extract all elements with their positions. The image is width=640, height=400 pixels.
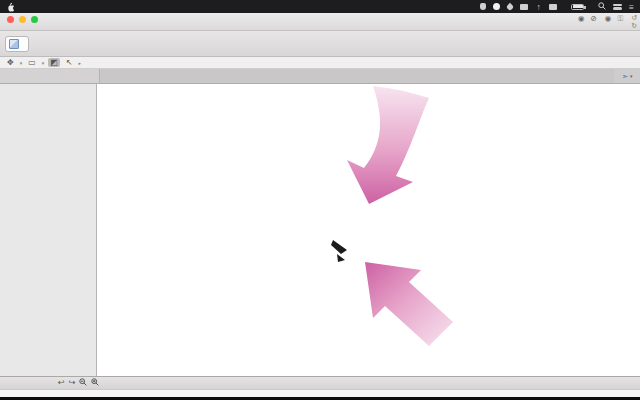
status-dot-icon[interactable] [493, 3, 500, 10]
status-hint-bar [0, 389, 640, 397]
notification-center-icon[interactable]: ≡ [629, 2, 634, 12]
upload-icon[interactable]: ↑ [535, 2, 542, 12]
spotlight-icon[interactable] [598, 2, 606, 12]
info-box-row: ✥▾ ▭▾ ◩ ↖ ▸ [0, 57, 640, 69]
back-icon[interactable]: ↩ [58, 378, 65, 388]
courtyard-stair-mark [331, 240, 347, 262]
archicad-window: ↑ ≡ ◉ ⊘ [0, 0, 640, 400]
standard-toolbar [32, 19, 428, 29]
apple-menu-icon[interactable] [6, 2, 14, 12]
3d-window-icon [9, 39, 19, 49]
minimize-window-button[interactable] [19, 16, 26, 23]
window-title-bar: ◉ ⊘ ◉ ⚿ ↺ ↻ [0, 13, 640, 31]
antivirus-icon[interactable] [480, 3, 486, 10]
undo-redo-group: ↺ ↻ [631, 14, 637, 30]
layers-lock-icon[interactable]: ⚿ [617, 14, 623, 24]
undo-icon[interactable]: ↺ [631, 14, 637, 22]
quick-options: ◉ ⊘ ◉ ⚿ ↺ ↻ [578, 14, 637, 30]
drawing-canvas[interactable] [97, 84, 640, 376]
redo-icon[interactable]: ↻ [631, 22, 637, 30]
macos-menu-bar: ↑ ≡ [0, 0, 640, 13]
battery-icon[interactable] [571, 4, 584, 10]
display-icon[interactable] [520, 4, 528, 10]
menu-status-area: ↑ ≡ [480, 2, 634, 12]
view-selector-button[interactable] [5, 36, 29, 52]
main-toolbar [0, 31, 640, 57]
view-tab-bar: ➣▾ [0, 69, 640, 84]
control-center-icon[interactable] [613, 3, 622, 10]
tabs-container [100, 69, 614, 83]
airplay-icon[interactable] [549, 4, 557, 10]
forward-icon[interactable]: ↪ [69, 378, 76, 388]
wind-arrow-top [347, 86, 429, 204]
layers-visibility-group: ◉ ⚿ [605, 14, 623, 24]
zoom-nav-group: ↩ ↪ [58, 378, 99, 388]
selection-show-icon[interactable]: ◉ [578, 14, 585, 23]
eraser-tool-icon[interactable]: ◩ [48, 58, 60, 67]
arrow-tool-icon[interactable]: ↖ [64, 58, 75, 67]
zoom-out-icon[interactable] [79, 378, 87, 388]
selection-visibility-group: ◉ ⊘ [578, 14, 597, 23]
selection-lock-icon[interactable]: ⊘ [591, 14, 597, 23]
close-window-button[interactable] [7, 16, 14, 23]
quick-options-bar: ↩ ↪ [0, 376, 640, 389]
pointer-icon: ➣ [621, 72, 628, 81]
favorites-icon[interactable]: ▭ [26, 58, 38, 67]
dropbox-icon[interactable] [506, 2, 514, 10]
wind-arrow-bottom [365, 262, 453, 346]
toolbox-panel [0, 84, 97, 376]
tab-overflow-button[interactable]: ➣▾ [614, 69, 640, 83]
zoom-in-icon[interactable] [91, 378, 99, 388]
tab-bar-spacer [0, 69, 100, 83]
default-settings-icon[interactable]: ✥ [5, 58, 16, 67]
layers-show-icon[interactable]: ◉ [605, 14, 612, 24]
